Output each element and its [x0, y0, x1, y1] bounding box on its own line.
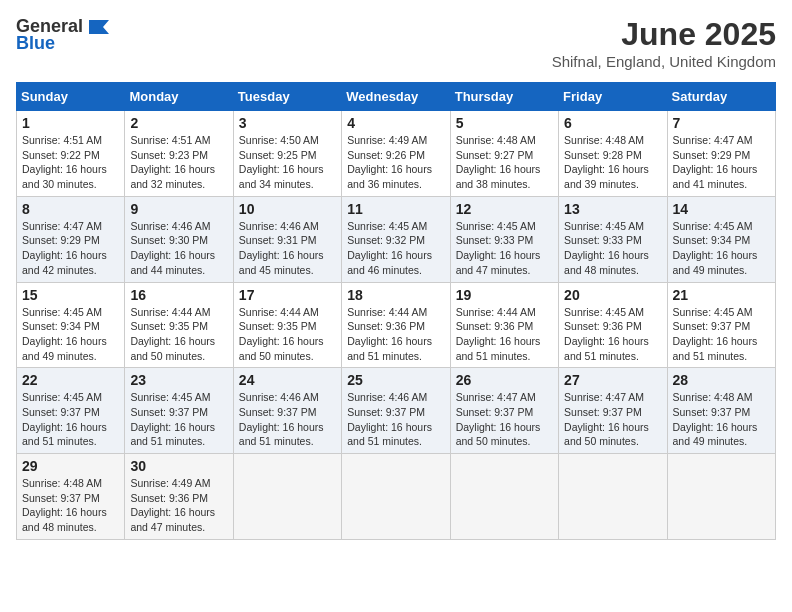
day-number: 12	[456, 201, 553, 217]
logo-blue-text: Blue	[16, 33, 55, 54]
day-number: 11	[347, 201, 444, 217]
day-info: Sunrise: 4:46 AMSunset: 9:37 PMDaylight:…	[239, 390, 336, 449]
col-monday: Monday	[125, 83, 233, 111]
day-number: 18	[347, 287, 444, 303]
calendar-week-row: 22Sunrise: 4:45 AMSunset: 9:37 PMDayligh…	[17, 368, 776, 454]
calendar-cell	[233, 454, 341, 540]
calendar-cell: 5Sunrise: 4:48 AMSunset: 9:27 PMDaylight…	[450, 111, 558, 197]
day-number: 22	[22, 372, 119, 388]
day-info: Sunrise: 4:45 AMSunset: 9:33 PMDaylight:…	[564, 219, 661, 278]
day-number: 2	[130, 115, 227, 131]
calendar-cell: 10Sunrise: 4:46 AMSunset: 9:31 PMDayligh…	[233, 196, 341, 282]
calendar-cell: 8Sunrise: 4:47 AMSunset: 9:29 PMDaylight…	[17, 196, 125, 282]
calendar-cell: 20Sunrise: 4:45 AMSunset: 9:36 PMDayligh…	[559, 282, 667, 368]
day-info: Sunrise: 4:49 AMSunset: 9:36 PMDaylight:…	[130, 476, 227, 535]
day-info: Sunrise: 4:46 AMSunset: 9:30 PMDaylight:…	[130, 219, 227, 278]
logo: General Blue	[16, 16, 113, 54]
day-number: 20	[564, 287, 661, 303]
day-info: Sunrise: 4:46 AMSunset: 9:37 PMDaylight:…	[347, 390, 444, 449]
day-info: Sunrise: 4:45 AMSunset: 9:34 PMDaylight:…	[22, 305, 119, 364]
calendar-cell: 7Sunrise: 4:47 AMSunset: 9:29 PMDaylight…	[667, 111, 775, 197]
calendar-cell: 30Sunrise: 4:49 AMSunset: 9:36 PMDayligh…	[125, 454, 233, 540]
svg-marker-0	[89, 20, 109, 34]
calendar-cell	[559, 454, 667, 540]
calendar-cell: 24Sunrise: 4:46 AMSunset: 9:37 PMDayligh…	[233, 368, 341, 454]
calendar-cell: 9Sunrise: 4:46 AMSunset: 9:30 PMDaylight…	[125, 196, 233, 282]
col-saturday: Saturday	[667, 83, 775, 111]
day-number: 27	[564, 372, 661, 388]
day-number: 15	[22, 287, 119, 303]
day-info: Sunrise: 4:45 AMSunset: 9:33 PMDaylight:…	[456, 219, 553, 278]
day-number: 10	[239, 201, 336, 217]
calendar-cell: 1Sunrise: 4:51 AMSunset: 9:22 PMDaylight…	[17, 111, 125, 197]
day-number: 9	[130, 201, 227, 217]
calendar-cell: 14Sunrise: 4:45 AMSunset: 9:34 PMDayligh…	[667, 196, 775, 282]
day-info: Sunrise: 4:51 AMSunset: 9:22 PMDaylight:…	[22, 133, 119, 192]
col-friday: Friday	[559, 83, 667, 111]
header: General Blue June 2025 Shifnal, England,…	[16, 16, 776, 70]
day-info: Sunrise: 4:44 AMSunset: 9:36 PMDaylight:…	[347, 305, 444, 364]
col-wednesday: Wednesday	[342, 83, 450, 111]
calendar-cell: 28Sunrise: 4:48 AMSunset: 9:37 PMDayligh…	[667, 368, 775, 454]
calendar-cell: 19Sunrise: 4:44 AMSunset: 9:36 PMDayligh…	[450, 282, 558, 368]
day-number: 14	[673, 201, 770, 217]
day-info: Sunrise: 4:48 AMSunset: 9:37 PMDaylight:…	[673, 390, 770, 449]
calendar-cell: 26Sunrise: 4:47 AMSunset: 9:37 PMDayligh…	[450, 368, 558, 454]
calendar-cell: 27Sunrise: 4:47 AMSunset: 9:37 PMDayligh…	[559, 368, 667, 454]
calendar-cell: 15Sunrise: 4:45 AMSunset: 9:34 PMDayligh…	[17, 282, 125, 368]
day-number: 4	[347, 115, 444, 131]
calendar-cell: 22Sunrise: 4:45 AMSunset: 9:37 PMDayligh…	[17, 368, 125, 454]
location-title: Shifnal, England, United Kingdom	[552, 53, 776, 70]
day-info: Sunrise: 4:44 AMSunset: 9:36 PMDaylight:…	[456, 305, 553, 364]
day-info: Sunrise: 4:46 AMSunset: 9:31 PMDaylight:…	[239, 219, 336, 278]
calendar-week-row: 29Sunrise: 4:48 AMSunset: 9:37 PMDayligh…	[17, 454, 776, 540]
day-info: Sunrise: 4:50 AMSunset: 9:25 PMDaylight:…	[239, 133, 336, 192]
calendar-week-row: 1Sunrise: 4:51 AMSunset: 9:22 PMDaylight…	[17, 111, 776, 197]
day-info: Sunrise: 4:47 AMSunset: 9:29 PMDaylight:…	[22, 219, 119, 278]
day-info: Sunrise: 4:51 AMSunset: 9:23 PMDaylight:…	[130, 133, 227, 192]
day-info: Sunrise: 4:44 AMSunset: 9:35 PMDaylight:…	[130, 305, 227, 364]
col-thursday: Thursday	[450, 83, 558, 111]
day-info: Sunrise: 4:44 AMSunset: 9:35 PMDaylight:…	[239, 305, 336, 364]
calendar-cell: 3Sunrise: 4:50 AMSunset: 9:25 PMDaylight…	[233, 111, 341, 197]
calendar-cell: 11Sunrise: 4:45 AMSunset: 9:32 PMDayligh…	[342, 196, 450, 282]
col-tuesday: Tuesday	[233, 83, 341, 111]
calendar-cell: 16Sunrise: 4:44 AMSunset: 9:35 PMDayligh…	[125, 282, 233, 368]
calendar-cell: 13Sunrise: 4:45 AMSunset: 9:33 PMDayligh…	[559, 196, 667, 282]
day-number: 5	[456, 115, 553, 131]
calendar-cell: 25Sunrise: 4:46 AMSunset: 9:37 PMDayligh…	[342, 368, 450, 454]
day-info: Sunrise: 4:48 AMSunset: 9:28 PMDaylight:…	[564, 133, 661, 192]
day-info: Sunrise: 4:45 AMSunset: 9:37 PMDaylight:…	[22, 390, 119, 449]
day-number: 26	[456, 372, 553, 388]
day-info: Sunrise: 4:45 AMSunset: 9:34 PMDaylight:…	[673, 219, 770, 278]
day-number: 7	[673, 115, 770, 131]
calendar-cell: 2Sunrise: 4:51 AMSunset: 9:23 PMDaylight…	[125, 111, 233, 197]
calendar-cell: 18Sunrise: 4:44 AMSunset: 9:36 PMDayligh…	[342, 282, 450, 368]
day-info: Sunrise: 4:48 AMSunset: 9:37 PMDaylight:…	[22, 476, 119, 535]
calendar-cell: 4Sunrise: 4:49 AMSunset: 9:26 PMDaylight…	[342, 111, 450, 197]
day-number: 23	[130, 372, 227, 388]
day-info: Sunrise: 4:45 AMSunset: 9:37 PMDaylight:…	[130, 390, 227, 449]
calendar-header-row: Sunday Monday Tuesday Wednesday Thursday…	[17, 83, 776, 111]
day-info: Sunrise: 4:47 AMSunset: 9:29 PMDaylight:…	[673, 133, 770, 192]
day-info: Sunrise: 4:48 AMSunset: 9:27 PMDaylight:…	[456, 133, 553, 192]
day-info: Sunrise: 4:47 AMSunset: 9:37 PMDaylight:…	[456, 390, 553, 449]
calendar-cell	[667, 454, 775, 540]
day-number: 17	[239, 287, 336, 303]
calendar-cell: 12Sunrise: 4:45 AMSunset: 9:33 PMDayligh…	[450, 196, 558, 282]
logo-flag-icon	[85, 18, 113, 36]
col-sunday: Sunday	[17, 83, 125, 111]
day-number: 21	[673, 287, 770, 303]
day-info: Sunrise: 4:45 AMSunset: 9:36 PMDaylight:…	[564, 305, 661, 364]
calendar-cell	[342, 454, 450, 540]
day-number: 19	[456, 287, 553, 303]
calendar-cell: 21Sunrise: 4:45 AMSunset: 9:37 PMDayligh…	[667, 282, 775, 368]
day-number: 8	[22, 201, 119, 217]
calendar-cell: 17Sunrise: 4:44 AMSunset: 9:35 PMDayligh…	[233, 282, 341, 368]
calendar-week-row: 8Sunrise: 4:47 AMSunset: 9:29 PMDaylight…	[17, 196, 776, 282]
day-number: 24	[239, 372, 336, 388]
day-number: 30	[130, 458, 227, 474]
calendar-week-row: 15Sunrise: 4:45 AMSunset: 9:34 PMDayligh…	[17, 282, 776, 368]
month-title: June 2025	[552, 16, 776, 53]
title-area: June 2025 Shifnal, England, United Kingd…	[552, 16, 776, 70]
